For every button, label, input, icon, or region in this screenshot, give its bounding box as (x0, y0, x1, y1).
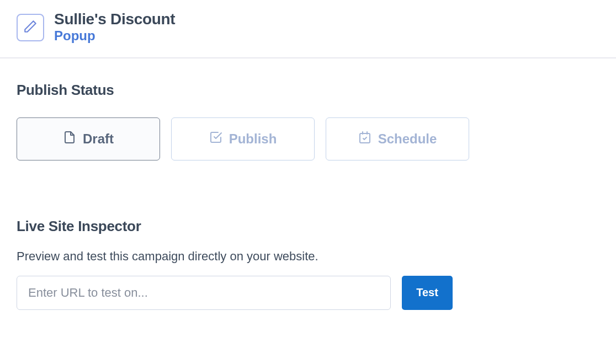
inspector-test-button[interactable]: Test (402, 276, 453, 310)
calendar-icon (358, 131, 371, 147)
file-icon (63, 131, 76, 147)
campaign-header: Sullie's Discount Popup (0, 0, 616, 58)
status-draft-button[interactable]: Draft (17, 117, 160, 160)
publish-status-group: Draft Publish Schedule (17, 117, 599, 160)
status-publish-button[interactable]: Publish (171, 117, 315, 160)
inspector-url-input[interactable] (17, 276, 391, 310)
body: Publish Status Draft Publish (0, 58, 616, 326)
inspector-description: Preview and test this campaign directly … (17, 249, 599, 264)
status-publish-label: Publish (229, 131, 277, 147)
edit-campaign-badge[interactable] (17, 14, 44, 41)
inspector-input-row: Test (17, 276, 599, 310)
campaign-title: Sullie's Discount (54, 11, 175, 28)
status-schedule-label: Schedule (378, 131, 437, 147)
campaign-title-group: Sullie's Discount Popup (54, 11, 175, 44)
inspector-heading: Live Site Inspector (17, 218, 599, 235)
svg-rect-0 (360, 133, 370, 143)
publish-status-heading: Publish Status (17, 82, 599, 99)
status-schedule-button[interactable]: Schedule (326, 117, 469, 160)
pencil-icon (23, 19, 38, 36)
status-draft-label: Draft (83, 131, 114, 147)
campaign-type: Popup (54, 28, 175, 44)
check-square-icon (209, 131, 222, 147)
